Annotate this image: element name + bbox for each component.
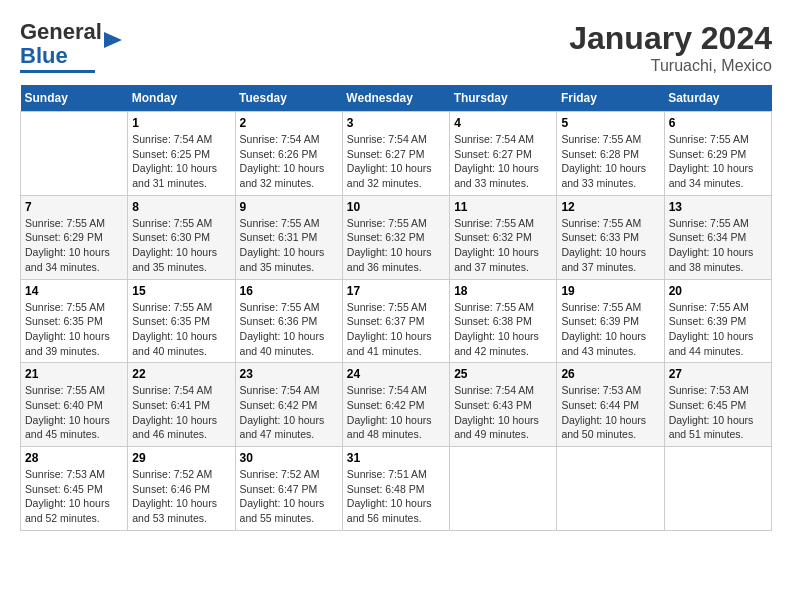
calendar-cell: 30Sunrise: 7:52 AM Sunset: 6:47 PM Dayli… xyxy=(235,447,342,531)
day-number: 13 xyxy=(669,200,767,214)
day-number: 11 xyxy=(454,200,552,214)
calendar-cell xyxy=(664,447,771,531)
day-number: 5 xyxy=(561,116,659,130)
col-thursday: Thursday xyxy=(450,85,557,112)
sun-info: Sunrise: 7:52 AM Sunset: 6:46 PM Dayligh… xyxy=(132,467,230,526)
col-friday: Friday xyxy=(557,85,664,112)
sun-info: Sunrise: 7:54 AM Sunset: 6:43 PM Dayligh… xyxy=(454,383,552,442)
calendar-cell: 4Sunrise: 7:54 AM Sunset: 6:27 PM Daylig… xyxy=(450,112,557,196)
sun-info: Sunrise: 7:55 AM Sunset: 6:32 PM Dayligh… xyxy=(347,216,445,275)
logo-text: General Blue xyxy=(20,20,102,68)
day-number: 17 xyxy=(347,284,445,298)
calendar-cell: 13Sunrise: 7:55 AM Sunset: 6:34 PM Dayli… xyxy=(664,195,771,279)
day-number: 3 xyxy=(347,116,445,130)
day-number: 15 xyxy=(132,284,230,298)
day-number: 9 xyxy=(240,200,338,214)
calendar-week-row: 7Sunrise: 7:55 AM Sunset: 6:29 PM Daylig… xyxy=(21,195,772,279)
sun-info: Sunrise: 7:55 AM Sunset: 6:39 PM Dayligh… xyxy=(669,300,767,359)
day-number: 24 xyxy=(347,367,445,381)
calendar-table: Sunday Monday Tuesday Wednesday Thursday… xyxy=(20,85,772,531)
calendar-cell: 19Sunrise: 7:55 AM Sunset: 6:39 PM Dayli… xyxy=(557,279,664,363)
day-number: 23 xyxy=(240,367,338,381)
calendar-week-row: 14Sunrise: 7:55 AM Sunset: 6:35 PM Dayli… xyxy=(21,279,772,363)
calendar-header-row: Sunday Monday Tuesday Wednesday Thursday… xyxy=(21,85,772,112)
calendar-cell xyxy=(450,447,557,531)
calendar-cell: 18Sunrise: 7:55 AM Sunset: 6:38 PM Dayli… xyxy=(450,279,557,363)
sun-info: Sunrise: 7:52 AM Sunset: 6:47 PM Dayligh… xyxy=(240,467,338,526)
calendar-cell: 28Sunrise: 7:53 AM Sunset: 6:45 PM Dayli… xyxy=(21,447,128,531)
day-number: 26 xyxy=(561,367,659,381)
day-number: 14 xyxy=(25,284,123,298)
col-saturday: Saturday xyxy=(664,85,771,112)
col-sunday: Sunday xyxy=(21,85,128,112)
calendar-week-row: 1Sunrise: 7:54 AM Sunset: 6:25 PM Daylig… xyxy=(21,112,772,196)
calendar-cell: 14Sunrise: 7:55 AM Sunset: 6:35 PM Dayli… xyxy=(21,279,128,363)
day-number: 8 xyxy=(132,200,230,214)
day-number: 18 xyxy=(454,284,552,298)
sun-info: Sunrise: 7:55 AM Sunset: 6:34 PM Dayligh… xyxy=(669,216,767,275)
calendar-cell: 8Sunrise: 7:55 AM Sunset: 6:30 PM Daylig… xyxy=(128,195,235,279)
calendar-cell: 6Sunrise: 7:55 AM Sunset: 6:29 PM Daylig… xyxy=(664,112,771,196)
calendar-cell: 10Sunrise: 7:55 AM Sunset: 6:32 PM Dayli… xyxy=(342,195,449,279)
calendar-cell: 1Sunrise: 7:54 AM Sunset: 6:25 PM Daylig… xyxy=(128,112,235,196)
col-wednesday: Wednesday xyxy=(342,85,449,112)
sun-info: Sunrise: 7:55 AM Sunset: 6:33 PM Dayligh… xyxy=(561,216,659,275)
day-number: 7 xyxy=(25,200,123,214)
svg-marker-0 xyxy=(104,32,122,48)
sun-info: Sunrise: 7:55 AM Sunset: 6:35 PM Dayligh… xyxy=(25,300,123,359)
day-number: 20 xyxy=(669,284,767,298)
sun-info: Sunrise: 7:53 AM Sunset: 6:45 PM Dayligh… xyxy=(25,467,123,526)
day-number: 25 xyxy=(454,367,552,381)
calendar-cell: 31Sunrise: 7:51 AM Sunset: 6:48 PM Dayli… xyxy=(342,447,449,531)
calendar-cell: 27Sunrise: 7:53 AM Sunset: 6:45 PM Dayli… xyxy=(664,363,771,447)
calendar-cell: 16Sunrise: 7:55 AM Sunset: 6:36 PM Dayli… xyxy=(235,279,342,363)
day-number: 12 xyxy=(561,200,659,214)
sun-info: Sunrise: 7:55 AM Sunset: 6:38 PM Dayligh… xyxy=(454,300,552,359)
sun-info: Sunrise: 7:54 AM Sunset: 6:27 PM Dayligh… xyxy=(347,132,445,191)
sun-info: Sunrise: 7:51 AM Sunset: 6:48 PM Dayligh… xyxy=(347,467,445,526)
calendar-cell: 7Sunrise: 7:55 AM Sunset: 6:29 PM Daylig… xyxy=(21,195,128,279)
day-number: 27 xyxy=(669,367,767,381)
sun-info: Sunrise: 7:55 AM Sunset: 6:28 PM Dayligh… xyxy=(561,132,659,191)
calendar-cell: 2Sunrise: 7:54 AM Sunset: 6:26 PM Daylig… xyxy=(235,112,342,196)
logo: General Blue xyxy=(20,20,124,73)
sun-info: Sunrise: 7:53 AM Sunset: 6:44 PM Dayligh… xyxy=(561,383,659,442)
calendar-cell: 3Sunrise: 7:54 AM Sunset: 6:27 PM Daylig… xyxy=(342,112,449,196)
calendar-cell: 12Sunrise: 7:55 AM Sunset: 6:33 PM Dayli… xyxy=(557,195,664,279)
calendar-week-row: 28Sunrise: 7:53 AM Sunset: 6:45 PM Dayli… xyxy=(21,447,772,531)
day-number: 16 xyxy=(240,284,338,298)
page-header: General Blue January 2024 Turuachi, Mexi… xyxy=(20,20,772,75)
sun-info: Sunrise: 7:55 AM Sunset: 6:29 PM Dayligh… xyxy=(25,216,123,275)
sun-info: Sunrise: 7:55 AM Sunset: 6:30 PM Dayligh… xyxy=(132,216,230,275)
sun-info: Sunrise: 7:55 AM Sunset: 6:29 PM Dayligh… xyxy=(669,132,767,191)
sun-info: Sunrise: 7:55 AM Sunset: 6:40 PM Dayligh… xyxy=(25,383,123,442)
day-number: 6 xyxy=(669,116,767,130)
sun-info: Sunrise: 7:54 AM Sunset: 6:25 PM Dayligh… xyxy=(132,132,230,191)
title-block: January 2024 Turuachi, Mexico xyxy=(569,20,772,75)
calendar-cell: 15Sunrise: 7:55 AM Sunset: 6:35 PM Dayli… xyxy=(128,279,235,363)
day-number: 31 xyxy=(347,451,445,465)
col-monday: Monday xyxy=(128,85,235,112)
calendar-cell: 26Sunrise: 7:53 AM Sunset: 6:44 PM Dayli… xyxy=(557,363,664,447)
sun-info: Sunrise: 7:55 AM Sunset: 6:37 PM Dayligh… xyxy=(347,300,445,359)
page-subtitle: Turuachi, Mexico xyxy=(569,57,772,75)
calendar-cell xyxy=(21,112,128,196)
calendar-cell: 11Sunrise: 7:55 AM Sunset: 6:32 PM Dayli… xyxy=(450,195,557,279)
calendar-cell: 25Sunrise: 7:54 AM Sunset: 6:43 PM Dayli… xyxy=(450,363,557,447)
day-number: 2 xyxy=(240,116,338,130)
sun-info: Sunrise: 7:55 AM Sunset: 6:31 PM Dayligh… xyxy=(240,216,338,275)
calendar-cell xyxy=(557,447,664,531)
col-tuesday: Tuesday xyxy=(235,85,342,112)
sun-info: Sunrise: 7:54 AM Sunset: 6:41 PM Dayligh… xyxy=(132,383,230,442)
sun-info: Sunrise: 7:55 AM Sunset: 6:32 PM Dayligh… xyxy=(454,216,552,275)
calendar-cell: 29Sunrise: 7:52 AM Sunset: 6:46 PM Dayli… xyxy=(128,447,235,531)
page-title: January 2024 xyxy=(569,20,772,57)
sun-info: Sunrise: 7:54 AM Sunset: 6:42 PM Dayligh… xyxy=(347,383,445,442)
sun-info: Sunrise: 7:54 AM Sunset: 6:26 PM Dayligh… xyxy=(240,132,338,191)
day-number: 19 xyxy=(561,284,659,298)
day-number: 21 xyxy=(25,367,123,381)
calendar-week-row: 21Sunrise: 7:55 AM Sunset: 6:40 PM Dayli… xyxy=(21,363,772,447)
sun-info: Sunrise: 7:54 AM Sunset: 6:42 PM Dayligh… xyxy=(240,383,338,442)
calendar-cell: 22Sunrise: 7:54 AM Sunset: 6:41 PM Dayli… xyxy=(128,363,235,447)
day-number: 1 xyxy=(132,116,230,130)
